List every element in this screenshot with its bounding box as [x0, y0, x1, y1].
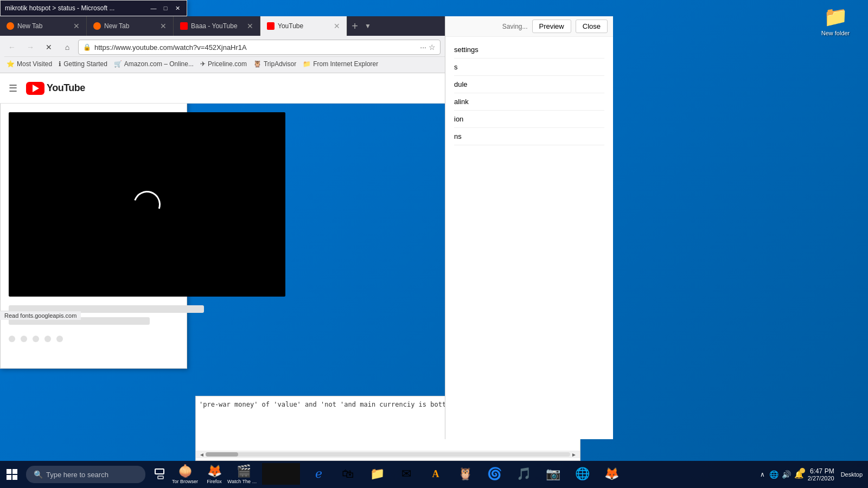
- firefox-tab-label-4: YouTube: [278, 22, 330, 30]
- network-icon[interactable]: 🌐: [769, 470, 778, 479]
- notification-area[interactable]: 🔔: [794, 470, 803, 479]
- bookmark-tripadvisor[interactable]: 🦉 TripAdvisor: [253, 60, 296, 68]
- firefox-tab-youtube-active[interactable]: YouTube ✕: [260, 16, 347, 36]
- bookmark-label-2: Getting Started: [63, 60, 107, 68]
- panel-item-ion[interactable]: ion: [454, 111, 604, 128]
- panel-item-ns[interactable]: ns: [454, 128, 604, 145]
- amazon-icon: 🛒: [114, 60, 122, 68]
- mail-icon: ✉: [401, 467, 411, 481]
- firefox-tab-newtab-2[interactable]: New Tab ✕: [87, 16, 174, 36]
- bookmark-getting-started[interactable]: ℹ Getting Started: [59, 60, 107, 68]
- taskbar-app-firefox[interactable]: 🦊 Firefox: [201, 461, 228, 488]
- taskbar-app-mediaplayer[interactable]: 🎵: [510, 461, 537, 488]
- taskbar-app-firefox2[interactable]: 🦊: [598, 461, 625, 488]
- panel-item-alink[interactable]: alink: [454, 93, 604, 111]
- firefox-tabs-dropdown[interactable]: ▼: [365, 22, 371, 30]
- taskbar-app-browser2[interactable]: 🌐: [569, 461, 596, 488]
- mikrotik-maximize[interactable]: □: [161, 3, 170, 13]
- amazon-a-icon: A: [432, 468, 439, 480]
- volume-icon[interactable]: 🔊: [782, 470, 791, 479]
- desktop-icon-label: New folder: [821, 30, 850, 36]
- firefox-tab-close-2[interactable]: ✕: [160, 22, 167, 30]
- tray-overflow[interactable]: ∧: [760, 471, 765, 478]
- address-bar-actions: ··· ☆: [420, 43, 436, 52]
- taskbar: 🔍 Type here to search 🧅 Tor Browser 🦊 Fi…: [0, 461, 868, 488]
- notification-badge: [800, 468, 805, 473]
- firefox-icon: 🦊: [207, 464, 222, 478]
- browser-content: ☰ YouTube: [0, 73, 613, 385]
- camera-icon: 📷: [546, 467, 560, 481]
- mikrotik-minimize[interactable]: —: [149, 3, 158, 13]
- horizontal-scrollbar[interactable]: ◄ ►: [196, 451, 580, 458]
- folder-icon: 📁: [303, 60, 311, 68]
- bookmark-star[interactable]: ☆: [429, 43, 436, 52]
- mikrotik-title: mikrotik hotspot > status - Microsoft ..…: [5, 4, 149, 12]
- lock-icon: 🔒: [83, 43, 91, 51]
- bookmark-amazon[interactable]: 🛒 Amazon.com – Online...: [114, 60, 194, 68]
- start-button[interactable]: [0, 463, 24, 486]
- address-bar[interactable]: 🔒 https://www.youtube.com/watch?v=452Xjn…: [78, 40, 441, 55]
- dot-4: [44, 336, 51, 342]
- taskbar-app-orbot[interactable]: 🌀: [481, 461, 508, 488]
- youtube-hamburger-icon[interactable]: ☰: [9, 82, 17, 94]
- firefox-tab-close-3[interactable]: ✕: [247, 22, 253, 30]
- firefox-new-tab-button[interactable]: +: [347, 18, 362, 34]
- taskbar-app-video[interactable]: 🎬 Watch The Red Pill 20...: [230, 461, 257, 488]
- dot-3: [33, 336, 39, 342]
- taskview-icon: [155, 468, 164, 479]
- taskbar-app-tripadvisor[interactable]: 🦉: [451, 461, 478, 488]
- firefox-tab-label-1: New Tab: [17, 22, 70, 30]
- star-icon: ⭐: [7, 60, 15, 68]
- taskbar-app-tor[interactable]: 🧅 Tor Browser: [171, 461, 199, 488]
- taskbar-search-box[interactable]: 🔍 Type here to search: [26, 466, 145, 483]
- menu-item-5: ns: [454, 132, 462, 140]
- bookmark-priceline[interactable]: ✈ Priceline.com: [200, 60, 247, 68]
- ie-icon: ℯ: [315, 467, 322, 481]
- taskbar-search-placeholder: Type here to search: [46, 471, 108, 479]
- nav-home-button[interactable]: ⌂: [60, 40, 75, 55]
- clock-area[interactable]: 6:47 PM 2/27/2020: [808, 467, 834, 481]
- desktop-icon-new-folder[interactable]: 📁 New folder: [814, 5, 857, 36]
- mikrotik-close[interactable]: ✕: [173, 3, 182, 13]
- panel-item-dule[interactable]: dule: [454, 76, 604, 93]
- video-loading-indicator: [9, 112, 285, 297]
- bookmark-most-visited[interactable]: ⭐ Most Visited: [7, 60, 52, 68]
- bookmark-ie[interactable]: 📁 From Internet Explorer: [303, 60, 378, 68]
- youtube-logo[interactable]: YouTube: [26, 82, 85, 95]
- bookmark-label-5: TripAdvisor: [264, 60, 296, 68]
- scroll-right-arrow[interactable]: ►: [570, 452, 578, 458]
- address-bar-more[interactable]: ···: [420, 43, 426, 52]
- taskbar-app-explorer[interactable]: 📁: [363, 461, 391, 488]
- firefox-tab-close-4[interactable]: ✕: [334, 22, 340, 30]
- desktop: 📁 New folder mikrotik hotspot > status -…: [0, 0, 868, 488]
- taskview-button[interactable]: [150, 461, 169, 488]
- explorer-icon: 📁: [370, 467, 385, 481]
- desktop-label[interactable]: Desktop: [841, 471, 863, 478]
- taskbar-date: 2/27/2020: [808, 475, 834, 481]
- status-text: Read fonts.googleapis.com: [4, 312, 76, 319]
- win-sq-3: [7, 475, 11, 480]
- win-sq-2: [12, 469, 17, 474]
- bookmark-label-4: Priceline.com: [208, 60, 247, 68]
- nav-stop-button[interactable]: ✕: [41, 40, 56, 55]
- youtube-logo-icon: [26, 82, 44, 95]
- mikrotik-titlebar: mikrotik hotspot > status - Microsoft ..…: [1, 1, 187, 16]
- firefox-tab-close-1[interactable]: ✕: [73, 22, 80, 30]
- youtube-video-player[interactable]: [9, 112, 285, 297]
- youtube-play-triangle: [33, 85, 39, 92]
- scroll-left-arrow[interactable]: ◄: [198, 452, 206, 458]
- taskbar-app-mail[interactable]: ✉: [393, 461, 420, 488]
- taskbar-app-ie[interactable]: ℯ: [305, 461, 332, 488]
- firefox-tab-youtube-baaa[interactable]: Baaa - YouTube ✕: [174, 16, 260, 36]
- nav-back-button[interactable]: ←: [4, 40, 20, 55]
- status-bar: Read fonts.googleapis.com: [0, 311, 81, 320]
- nav-forward-button[interactable]: →: [23, 40, 38, 55]
- scrollbar-track[interactable]: [206, 452, 570, 457]
- scrollbar-thumb[interactable]: [206, 452, 238, 457]
- taskbar-app-amazon[interactable]: A: [422, 461, 449, 488]
- firefox-tab-newtab-1[interactable]: New Tab ✕: [0, 16, 87, 36]
- taskbar-app-camera[interactable]: 📷: [539, 461, 566, 488]
- taskbar-app-thumbnail[interactable]: [259, 461, 303, 488]
- bookmark-label-6: From Internet Explorer: [313, 60, 378, 68]
- taskbar-app-store[interactable]: 🛍: [334, 461, 361, 488]
